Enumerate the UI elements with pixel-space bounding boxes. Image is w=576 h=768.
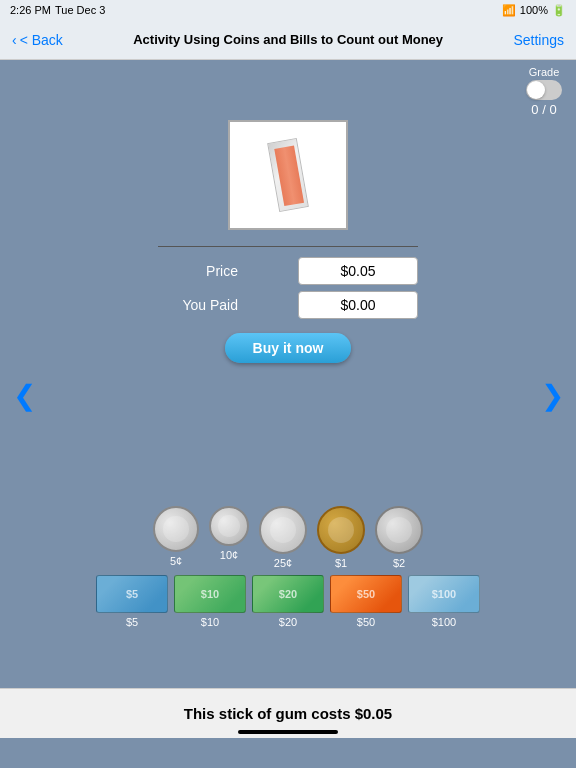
paid-label: You Paid <box>158 297 238 313</box>
back-chevron-icon: ‹ <box>12 32 17 48</box>
back-button[interactable]: ‹ < Back <box>12 32 63 48</box>
gum-visual <box>243 135 333 215</box>
toggle-knob <box>527 81 545 99</box>
grade-score: 0 / 0 <box>531 102 556 117</box>
price-divider <box>158 246 418 247</box>
bill-50[interactable]: $50 $50 <box>330 575 402 628</box>
bill-10[interactable]: $10 $10 <box>174 575 246 628</box>
bill-100-image: $100 <box>408 575 480 613</box>
bill-10-label: $10 <box>201 616 219 628</box>
nav-bar: ‹ < Back Activity Using Coins and Bills … <box>0 20 576 60</box>
bills-row: $5 $5 $10 $10 $20 $20 $50 $50 <box>96 575 480 628</box>
status-left: 2:26 PM Tue Dec 3 <box>10 4 105 16</box>
status-date: Tue Dec 3 <box>55 4 105 16</box>
coin-5c[interactable]: 5¢ <box>153 506 199 569</box>
battery-icon: 🔋 <box>552 4 566 17</box>
coins-row: 5¢ 10¢ 25¢ $1 <box>153 506 423 569</box>
coin-25c-label: 25¢ <box>274 557 292 569</box>
status-right: 📶 100% 🔋 <box>502 4 566 17</box>
coins-bills-section: 5¢ 10¢ 25¢ $1 <box>0 506 576 628</box>
chevron-right-icon: ❯ <box>541 379 564 412</box>
grade-area: Grade 0 / 0 <box>526 66 562 117</box>
coin-5c-image <box>153 506 199 552</box>
coin-25c[interactable]: 25¢ <box>259 506 307 569</box>
coin-1d-label: $1 <box>335 557 347 569</box>
bill-5-image: $5 <box>96 575 168 613</box>
wifi-icon: 📶 <box>502 4 516 17</box>
paid-row: You Paid $0.00 <box>158 291 418 319</box>
nav-title: Activity Using Coins and Bills to Count … <box>63 32 514 47</box>
status-bar: 2:26 PM Tue Dec 3 📶 100% 🔋 <box>0 0 576 20</box>
bill-50-label: $50 <box>357 616 375 628</box>
grade-label: Grade <box>529 66 560 78</box>
status-time: 2:26 PM <box>10 4 51 16</box>
paid-value: $0.00 <box>298 291 418 319</box>
bill-50-image: $50 <box>330 575 402 613</box>
back-label: < Back <box>20 32 63 48</box>
main-content: Grade 0 / 0 ❮ ❯ Price $0.05 You Paid $0.… <box>0 60 576 738</box>
coin-5c-label: 5¢ <box>170 555 182 567</box>
price-label: Price <box>158 263 238 279</box>
bill-10-image: $10 <box>174 575 246 613</box>
home-indicator <box>238 730 338 734</box>
bill-5-label: $5 <box>126 616 138 628</box>
coin-10c-label: 10¢ <box>220 549 238 561</box>
bill-20[interactable]: $20 $20 <box>252 575 324 628</box>
coin-1d[interactable]: $1 <box>317 506 365 569</box>
price-value: $0.05 <box>298 257 418 285</box>
buy-button[interactable]: Buy it now <box>225 333 352 363</box>
coin-2d-image <box>375 506 423 554</box>
bottom-text: This stick of gum costs $0.05 <box>184 705 392 722</box>
battery-text: 100% <box>520 4 548 16</box>
coin-10c-image <box>209 506 249 546</box>
bill-20-image: $20 <box>252 575 324 613</box>
next-arrow-button[interactable]: ❯ <box>536 375 568 415</box>
settings-button[interactable]: Settings <box>513 32 564 48</box>
price-row: Price $0.05 <box>158 257 418 285</box>
item-image <box>228 120 348 230</box>
coin-2d-label: $2 <box>393 557 405 569</box>
bill-100[interactable]: $100 $100 <box>408 575 480 628</box>
bill-20-label: $20 <box>279 616 297 628</box>
coin-2d[interactable]: $2 <box>375 506 423 569</box>
gum-stick <box>274 146 304 207</box>
coin-10c[interactable]: 10¢ <box>209 506 249 569</box>
bill-5[interactable]: $5 $5 <box>96 575 168 628</box>
prev-arrow-button[interactable]: ❮ <box>8 375 40 415</box>
bill-100-label: $100 <box>432 616 456 628</box>
grade-toggle[interactable] <box>526 80 562 100</box>
price-section: Price $0.05 You Paid $0.00 Buy it now <box>158 246 418 363</box>
gum-wrapper <box>267 138 309 212</box>
coin-25c-image <box>259 506 307 554</box>
chevron-left-icon: ❮ <box>13 379 36 412</box>
coin-1d-image <box>317 506 365 554</box>
